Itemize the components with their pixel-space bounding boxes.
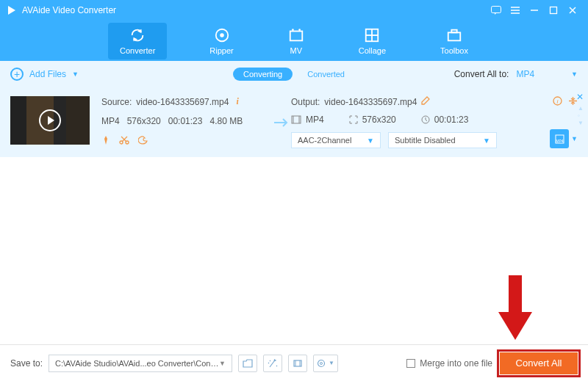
bottom-bar: Save to: C:\AVAide Studio\AVAid...eo Con…: [0, 344, 588, 381]
merge-label: Merge into one file: [420, 358, 492, 369]
app-title: AVAide Video Converter: [22, 5, 116, 15]
save-to-label: Save to:: [10, 358, 43, 369]
annotation-arrow-icon: [498, 275, 532, 341]
info-icon[interactable]: i: [236, 96, 238, 107]
chevron-down-icon: ▼: [72, 70, 79, 78]
nav-toolbox[interactable]: Toolbox: [429, 23, 480, 59]
chevron-down-icon: ▼: [367, 137, 374, 145]
chevron-down-icon: ▼: [219, 360, 226, 367]
source-label: Source:: [101, 97, 132, 107]
add-files-label: Add Files: [29, 69, 66, 79]
svg-rect-6: [551, 7, 557, 14]
open-folder-button[interactable]: [238, 355, 257, 372]
nav-mv[interactable]: MV: [276, 23, 316, 59]
ripper-icon: [214, 27, 230, 43]
svg-text:MP4: MP4: [556, 139, 564, 143]
svg-point-15: [298, 29, 301, 31]
menu-icon[interactable]: [506, 3, 525, 18]
source-size: 4.80 MB: [209, 116, 243, 126]
svg-rect-1: [492, 7, 501, 13]
chevron-down-icon: ▼: [571, 70, 578, 78]
svg-rect-13: [290, 31, 302, 40]
video-thumbnail[interactable]: [10, 96, 90, 145]
app-logo: AVAide Video Converter: [6, 4, 116, 16]
play-icon: [39, 109, 61, 131]
reorder-handle[interactable]: ▲◦▼: [578, 105, 584, 126]
convert-all-button[interactable]: Convert All: [500, 352, 578, 374]
nav-label: Collage: [359, 46, 386, 55]
svg-text:i: i: [557, 98, 559, 105]
output-label: Output:: [291, 97, 320, 107]
convert-all-to-select[interactable]: MP4 ▼: [516, 69, 578, 79]
nav-label: Ripper: [209, 46, 233, 55]
svg-point-14: [292, 29, 294, 31]
nav-label: Toolbox: [440, 46, 468, 55]
plus-icon: +: [10, 68, 24, 81]
checkbox-icon: [406, 359, 415, 368]
toolbox-icon: [446, 27, 462, 43]
nav-label: MV: [290, 46, 302, 55]
svg-marker-0: [8, 6, 15, 15]
chevron-down-icon: ▼: [483, 137, 490, 145]
edit-icon[interactable]: [421, 96, 430, 107]
minimize-icon[interactable]: [525, 3, 544, 18]
maximize-icon[interactable]: [544, 3, 563, 18]
clock-icon: [421, 115, 430, 124]
save-path-select[interactable]: C:\AVAide Studio\AVAid...eo Converter\Co…: [49, 355, 232, 372]
main-nav: Converter Ripper MV Collage Toolbox: [0, 21, 588, 61]
converter-icon: [129, 27, 146, 43]
output-profile-button[interactable]: MP4: [550, 129, 569, 148]
nav-converter[interactable]: Converter: [108, 23, 167, 59]
svg-marker-34: [498, 312, 532, 340]
output-resolution: 576x320: [362, 115, 396, 125]
nav-collage[interactable]: Collage: [347, 23, 398, 59]
nav-label: Converter: [120, 46, 155, 55]
expand-icon: [349, 115, 358, 124]
output-filename: video-1643335697.mp4: [324, 97, 417, 107]
merge-checkbox[interactable]: Merge into one file: [406, 358, 492, 369]
file-item: Source: video-1643335697.mp4 i MP4 576x3…: [0, 87, 588, 157]
source-duration: 00:01:23: [168, 116, 203, 126]
chevron-down-icon[interactable]: ▼: [571, 135, 578, 142]
source-resolution: 576x320: [127, 116, 161, 126]
audio-select[interactable]: AAC-2Channel▼: [291, 132, 381, 148]
save-path-value: C:\AVAide Studio\AVAid...eo Converter\Co…: [55, 359, 219, 368]
cut-icon[interactable]: [119, 135, 129, 147]
add-files-button[interactable]: + Add Files ▼: [10, 68, 79, 81]
palette-icon[interactable]: [138, 135, 148, 147]
convert-all-to-value: MP4: [516, 69, 534, 79]
svg-point-12: [220, 33, 224, 37]
chevron-down-icon: ▼: [329, 360, 334, 366]
svg-point-38: [318, 360, 325, 366]
subtitle-select[interactable]: Subtitle Disabled▼: [388, 132, 497, 148]
trim-button[interactable]: [288, 355, 307, 372]
enhance-button[interactable]: [263, 355, 282, 372]
settings-button[interactable]: ▼: [313, 355, 338, 372]
source-format: MP4: [101, 116, 120, 126]
feedback-icon[interactable]: [487, 3, 506, 18]
pin-icon[interactable]: [101, 135, 110, 147]
convert-all-to-label: Convert All to:: [454, 69, 509, 79]
nav-ripper[interactable]: Ripper: [198, 23, 245, 59]
tab-converted[interactable]: Converted: [297, 68, 355, 81]
arrow-icon: [273, 96, 291, 148]
output-format: MP4: [306, 115, 324, 125]
svg-point-39: [320, 362, 323, 364]
title-bar: AVAide Video Converter: [0, 0, 588, 21]
svg-rect-19: [448, 32, 461, 40]
svg-rect-20: [451, 29, 456, 32]
remove-item-icon[interactable]: ✕: [576, 92, 584, 102]
source-filename: video-1643335697.mp4: [136, 97, 229, 107]
mv-icon: [288, 27, 304, 43]
sub-toolbar: + Add Files ▼ Converting Converted Conve…: [0, 61, 588, 87]
close-icon[interactable]: [563, 3, 582, 18]
play-logo-icon: [6, 4, 18, 16]
film-icon: [291, 115, 301, 124]
info-icon[interactable]: i: [553, 96, 562, 108]
collage-icon: [364, 27, 380, 43]
profile-icon: MP4: [555, 134, 564, 144]
svg-rect-33: [509, 275, 522, 313]
output-duration: 00:01:23: [434, 115, 469, 125]
tab-converting[interactable]: Converting: [233, 68, 293, 81]
